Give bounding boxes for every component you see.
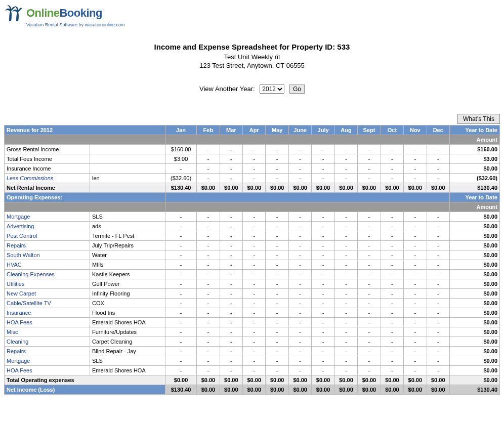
expense-row-label[interactable]: Pest Control	[5, 231, 90, 241]
ytd-cell: $0.00	[450, 299, 500, 308]
data-cell: -	[243, 366, 266, 375]
expense-row-label[interactable]: Utilities	[5, 279, 90, 289]
data-cell: -	[266, 318, 288, 327]
data-cell: $0.00	[266, 375, 288, 385]
logo-tagline: Vacation Rental Software by ivacationonl…	[26, 22, 500, 27]
ytd-cell: $0.00	[450, 212, 500, 222]
data-cell: -	[288, 250, 311, 260]
ytd-cell: $0.00	[450, 270, 500, 279]
ytd-header: Year to Date	[450, 193, 500, 202]
whats-this-button[interactable]: What's This	[457, 114, 500, 124]
expense-row-label[interactable]: Mortgage	[5, 356, 90, 366]
data-cell: $130.40	[165, 385, 197, 395]
data-cell: -	[288, 164, 311, 174]
data-cell: -	[358, 347, 381, 356]
data-cell: -	[381, 164, 403, 174]
data-cell: $0.00	[197, 385, 220, 395]
vendor-cell: Emerald Shores HOA	[90, 318, 165, 327]
expense-row-label[interactable]: Repairs	[5, 347, 90, 356]
data-cell: -	[381, 337, 403, 347]
data-cell: -	[334, 174, 357, 183]
page-header: Income and Expense Spreadsheet for Prope…	[4, 43, 500, 69]
data-cell: -	[404, 279, 427, 289]
data-cell: -	[197, 145, 220, 154]
data-cell: $0.00	[334, 385, 357, 395]
amount-header: Amount	[450, 202, 500, 212]
data-cell: -	[243, 356, 266, 366]
month-header: Mar	[220, 125, 242, 135]
ytd-cell: $0.00	[450, 375, 500, 385]
expense-row-label[interactable]: HOA Fees	[5, 318, 90, 327]
expense-row-label[interactable]: New Carpet	[5, 289, 90, 299]
data-cell: $0.00	[404, 375, 427, 385]
page-title: Income and Expense Spreadsheet for Prope…	[4, 43, 500, 51]
expense-row-label[interactable]: HVAC	[5, 260, 90, 270]
data-cell: $0.00	[381, 375, 403, 385]
data-cell: $0.00	[381, 385, 403, 395]
month-header: Feb	[197, 125, 220, 135]
expense-row-label[interactable]: Cleaning	[5, 337, 90, 347]
data-cell: -	[334, 289, 357, 299]
data-cell: -	[165, 241, 197, 250]
data-cell: -	[243, 164, 266, 174]
data-cell: -	[358, 164, 381, 174]
data-cell: -	[288, 260, 311, 270]
year-select[interactable]: 2012	[260, 85, 284, 94]
data-cell: -	[243, 299, 266, 308]
data-cell: $130.40	[165, 183, 197, 193]
data-cell: $0.00	[312, 385, 334, 395]
data-cell: -	[381, 154, 403, 164]
data-cell: -	[197, 327, 220, 337]
expense-row-label[interactable]: Mortgage	[5, 212, 90, 222]
data-cell: -	[197, 260, 220, 270]
ytd-cell: $3.00	[450, 154, 500, 164]
expense-row-label[interactable]: Insurance	[5, 308, 90, 318]
data-cell: -	[404, 241, 427, 250]
expense-row-label[interactable]: South Walton	[5, 250, 90, 260]
data-cell: -	[427, 299, 449, 308]
data-cell: -	[243, 231, 266, 241]
vendor-cell: Emerald Shores HOA	[90, 366, 165, 375]
data-cell: -	[427, 366, 449, 375]
data-cell: -	[288, 270, 311, 279]
data-cell: -	[381, 318, 403, 327]
data-cell: -	[165, 337, 197, 347]
expense-row-label[interactable]: Cable/Satellite TV	[5, 299, 90, 308]
expense-row-label[interactable]: Repairs	[5, 241, 90, 250]
data-cell: -	[404, 174, 427, 183]
data-cell: -	[312, 270, 334, 279]
data-cell: $3.00	[165, 154, 197, 164]
vendor-cell: Infinity Flooring	[90, 289, 165, 299]
data-cell: -	[381, 327, 403, 337]
data-cell: $0.00	[404, 183, 427, 193]
data-cell: -	[266, 222, 288, 231]
data-cell: -	[334, 154, 357, 164]
expense-row-label[interactable]: Misc	[5, 327, 90, 337]
expense-row-label[interactable]: Cleaning Expenses	[5, 270, 90, 279]
data-cell: $0.00	[358, 385, 381, 395]
data-cell: -	[288, 145, 311, 154]
data-cell: -	[358, 356, 381, 366]
revenue-row-label[interactable]: Less Commissions	[5, 174, 90, 183]
data-cell: $0.00	[427, 183, 449, 193]
ytd-cell: $0.00	[450, 260, 500, 270]
data-cell: -	[243, 174, 266, 183]
go-button[interactable]: Go	[289, 85, 305, 94]
data-cell: -	[165, 260, 197, 270]
data-cell: -	[334, 260, 357, 270]
expense-row-label[interactable]: Advertising	[5, 222, 90, 231]
data-cell: -	[197, 308, 220, 318]
net-income-label: Net Income (Loss)	[5, 385, 165, 395]
data-cell: -	[220, 145, 242, 154]
data-cell: -	[358, 145, 381, 154]
data-cell: -	[243, 260, 266, 270]
data-cell: -	[358, 289, 381, 299]
ytd-cell: $0.00	[450, 308, 500, 318]
data-cell: -	[288, 356, 311, 366]
data-cell: -	[312, 212, 334, 222]
data-cell: -	[197, 347, 220, 356]
ytd-header: Year to Date	[450, 125, 500, 135]
data-cell: $0.00	[220, 375, 242, 385]
expense-row-label[interactable]: HOA Fees	[5, 366, 90, 375]
month-header: Sept	[358, 125, 381, 135]
